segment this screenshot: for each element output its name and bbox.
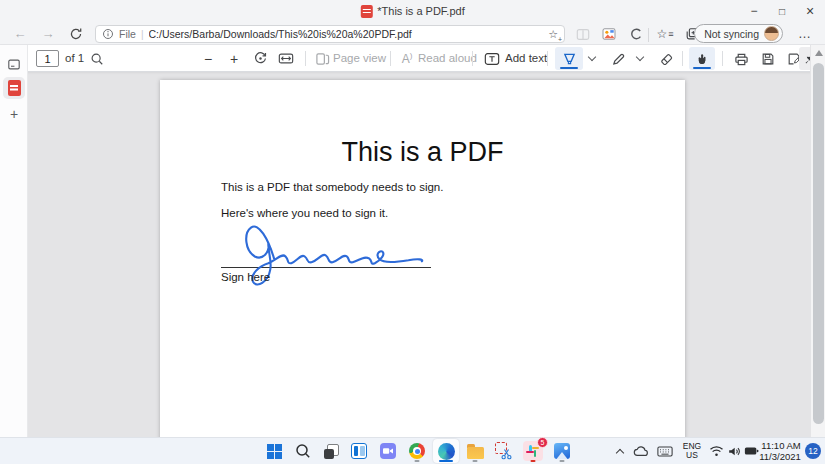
tray-date: 11/3/2021 — [759, 451, 801, 462]
highlight-options-button[interactable] — [584, 47, 600, 70]
attention-indicator — [531, 460, 536, 463]
read-aloud-wave: ) — [410, 51, 413, 60]
highlight-tool-button[interactable] — [555, 47, 583, 70]
c-extension-icon — [629, 27, 643, 41]
add-text-label[interactable]: Add text — [505, 52, 547, 64]
language-region: US — [683, 451, 701, 460]
slack-bar — [534, 450, 537, 458]
refresh-button[interactable] — [64, 23, 88, 44]
document-title: This is a PDF — [160, 137, 685, 168]
toolbar-separator — [547, 51, 548, 66]
read-aloud-button[interactable]: A) — [397, 47, 417, 70]
rotate-icon — [253, 51, 268, 66]
back-button[interactable]: ← — [8, 23, 32, 44]
task-view-button[interactable] — [318, 439, 344, 463]
new-tab-button[interactable]: + — [3, 103, 25, 125]
taskbar: 5 ENGUS 11:10 AM11/3/2 — [0, 437, 825, 464]
search-icon — [295, 443, 311, 459]
settings-more-button[interactable]: … — [793, 23, 817, 44]
eraser-icon — [659, 52, 674, 66]
file-explorer-button[interactable] — [462, 439, 488, 463]
chrome-button[interactable] — [404, 439, 430, 463]
address-divider: | — [141, 29, 144, 40]
tab-other-document[interactable] — [3, 53, 25, 75]
tray-overflow-button[interactable] — [611, 439, 629, 463]
pdf-viewer[interactable]: This is a PDF This is a PDF that somebod… — [28, 72, 810, 437]
star-icon: ☆ — [548, 28, 558, 40]
read-aloud-label[interactable]: Read aloud — [418, 52, 477, 64]
notification-center-button[interactable]: 12 — [804, 439, 822, 463]
tab-current-pdf[interactable] — [3, 77, 25, 99]
minimize-button[interactable]: − — [739, 0, 769, 22]
chat-button[interactable] — [375, 439, 401, 463]
close-button[interactable]: × — [795, 0, 825, 22]
add-favorite-button[interactable]: ☆+ — [548, 28, 558, 41]
ink-color-indicator — [693, 67, 711, 70]
slack-button[interactable]: 5 — [520, 439, 546, 463]
zoom-out-button[interactable]: − — [196, 47, 220, 70]
snipping-tool-icon — [495, 442, 513, 460]
zoom-in-button[interactable]: + — [222, 47, 246, 70]
extension-picture-button[interactable] — [598, 24, 620, 44]
ink-signature-tool-button[interactable] — [689, 47, 715, 70]
address-bar[interactable]: File | C:/Users/Barba/Downloads/This%20i… — [95, 25, 565, 43]
fit-width-icon — [278, 52, 294, 65]
save-button[interactable] — [756, 47, 780, 70]
scrollbar[interactable] — [810, 45, 825, 437]
start-button[interactable] — [261, 439, 287, 463]
scroll-up-arrow[interactable] — [815, 50, 823, 56]
widgets-button[interactable] — [346, 439, 372, 463]
save-icon — [761, 52, 775, 66]
snipping-tool-button[interactable] — [491, 439, 517, 463]
draw-tool-button[interactable] — [606, 47, 630, 70]
print-button[interactable] — [729, 47, 753, 70]
toolbar-separator — [472, 51, 473, 66]
windows-logo-icon — [267, 444, 282, 459]
toolbar-separator — [682, 51, 683, 66]
draw-options-button[interactable] — [632, 47, 648, 70]
language-switcher[interactable]: ENGUS — [679, 439, 705, 463]
page-view-label[interactable]: Page view — [333, 52, 386, 64]
scrollbar-thumb[interactable] — [813, 63, 824, 424]
add-text-button[interactable] — [481, 47, 503, 70]
document-tab-icon — [7, 58, 21, 71]
maximize-button[interactable]: □ — [767, 0, 797, 22]
chat-icon — [380, 443, 396, 459]
url-text[interactable]: C:/Users/Barba/Downloads/This%20is%20a%2… — [149, 28, 544, 40]
widgets-icon — [351, 443, 367, 459]
add-text-icon — [484, 52, 500, 66]
photos-button[interactable] — [549, 439, 575, 463]
extension-c-button[interactable] — [625, 24, 647, 44]
star-plus-icon: + — [558, 36, 562, 43]
profile-button[interactable]: Not syncing — [694, 24, 783, 43]
favorites-star-icon: ☆ — [656, 27, 667, 41]
pdf-page: This is a PDF This is a PDF that somebod… — [160, 80, 685, 437]
erase-tool-button[interactable] — [654, 47, 678, 70]
highlight-color-indicator — [560, 67, 578, 70]
read-aloud-icon: A — [402, 52, 410, 66]
rotate-button[interactable] — [248, 47, 272, 70]
edge-button[interactable] — [433, 439, 459, 463]
page-number-input[interactable] — [36, 50, 59, 67]
clock[interactable]: 11:10 AM11/3/2021 — [758, 439, 802, 463]
chevron-down-icon — [588, 53, 596, 61]
favorites-button[interactable]: ☆≡ — [654, 24, 676, 44]
wifi-button[interactable] — [707, 439, 725, 463]
find-in-document-button[interactable] — [86, 47, 108, 70]
speaker-icon — [727, 445, 741, 458]
touch-keyboard-button[interactable] — [654, 439, 676, 463]
onedrive-tray-button[interactable] — [631, 439, 651, 463]
search-button[interactable] — [290, 439, 316, 463]
split-screen-button[interactable] — [572, 24, 594, 44]
pdf-file-icon — [8, 80, 21, 96]
volume-button[interactable] — [725, 439, 743, 463]
slack-notification-badge: 5 — [537, 437, 548, 448]
fit-to-width-button[interactable] — [274, 47, 298, 70]
running-indicator — [473, 460, 478, 463]
split-screen-icon — [576, 28, 590, 41]
active-app-indicator — [439, 460, 453, 463]
forward-button[interactable]: → — [36, 23, 60, 44]
edge-window: *This is a PDF.pdf − □ × ← → File | C:/U… — [0, 0, 825, 464]
page-view-button[interactable] — [312, 47, 332, 70]
info-icon[interactable] — [102, 28, 114, 40]
